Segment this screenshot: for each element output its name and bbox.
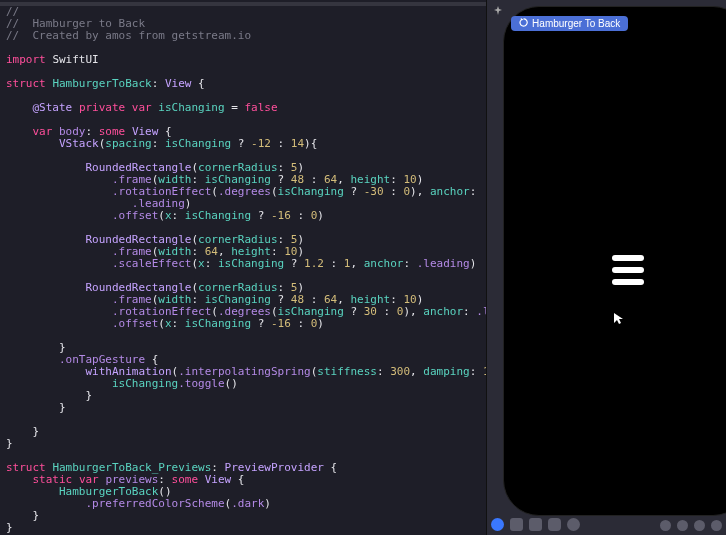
protocol-name: View (165, 77, 192, 90)
preview-bottom-controls (491, 518, 580, 531)
keyword-import: import (6, 53, 46, 66)
hamburger-bar (612, 267, 644, 273)
hamburger-bar (612, 255, 644, 261)
pin-icon[interactable] (493, 6, 503, 19)
hamburger-icon[interactable] (612, 255, 644, 285)
refresh-icon (519, 18, 528, 29)
code-editor[interactable]: // // Hamburger to Back // Created by am… (0, 0, 486, 535)
comment-line: // Created by amos from getstream.io (6, 29, 251, 42)
device-settings-button[interactable] (548, 518, 561, 531)
keyword-struct: struct (6, 77, 46, 90)
more-button[interactable] (567, 518, 580, 531)
vstack: VStack (59, 137, 99, 150)
live-preview-button[interactable] (491, 518, 504, 531)
preview-canvas[interactable]: Hamburger To Back (486, 0, 726, 535)
zoom-actual-button[interactable] (694, 520, 705, 531)
preview-title-button[interactable]: Hamburger To Back (511, 16, 628, 31)
device-frame (503, 6, 726, 516)
code-content: // // Hamburger to Back // Created by am… (6, 6, 480, 534)
variants-button[interactable] (529, 518, 542, 531)
attr-state: @State (33, 101, 73, 114)
type-name: HamburgerToBack (52, 77, 151, 90)
zoom-out-button[interactable] (660, 520, 671, 531)
module-name: SwiftUI (52, 53, 98, 66)
hamburger-bar (612, 279, 644, 285)
preview-zoom-controls (660, 520, 722, 531)
scroll-indicator (0, 2, 486, 6)
selectable-button[interactable] (510, 518, 523, 531)
zoom-in-button[interactable] (711, 520, 722, 531)
zoom-fit-button[interactable] (677, 520, 688, 531)
preview-title-label: Hamburger To Back (532, 18, 620, 29)
mouse-cursor-icon (614, 313, 624, 328)
